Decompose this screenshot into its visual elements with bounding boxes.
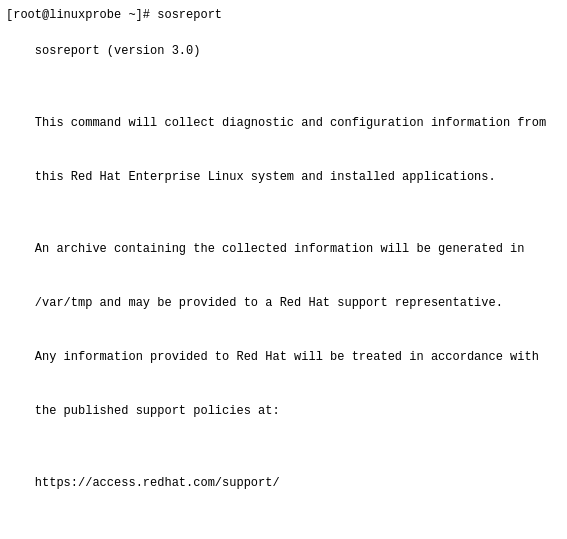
archive-line-1: An archive containing the collected info… [6, 222, 561, 276]
archive-line-3: Any information provided to Red Hat will… [6, 330, 561, 384]
archive-line-4: the published support policies at: [6, 384, 561, 438]
blank-line-3 [6, 438, 561, 456]
version-line: sosreport (version 3.0) [6, 24, 561, 78]
blank-line-2 [6, 204, 561, 222]
blank-line-1 [6, 78, 561, 96]
prompt-text: [root@linuxprobe ~]# sosreport [6, 6, 222, 24]
blank-line-4 [6, 510, 561, 528]
desc-line-2: this Red Hat Enterprise Linux system and… [6, 150, 561, 204]
sensitive-line-1: The generated archive may contain data c… [6, 528, 561, 539]
url-line: https://access.redhat.com/support/ [6, 456, 561, 510]
prompt-line: [root@linuxprobe ~]# sosreport [6, 6, 561, 24]
desc-line-1: This command will collect diagnostic and… [6, 96, 561, 150]
terminal-window: [root@linuxprobe ~]# sosreport sosreport… [6, 4, 561, 539]
archive-line-2: /var/tmp and may be provided to a Red Ha… [6, 276, 561, 330]
